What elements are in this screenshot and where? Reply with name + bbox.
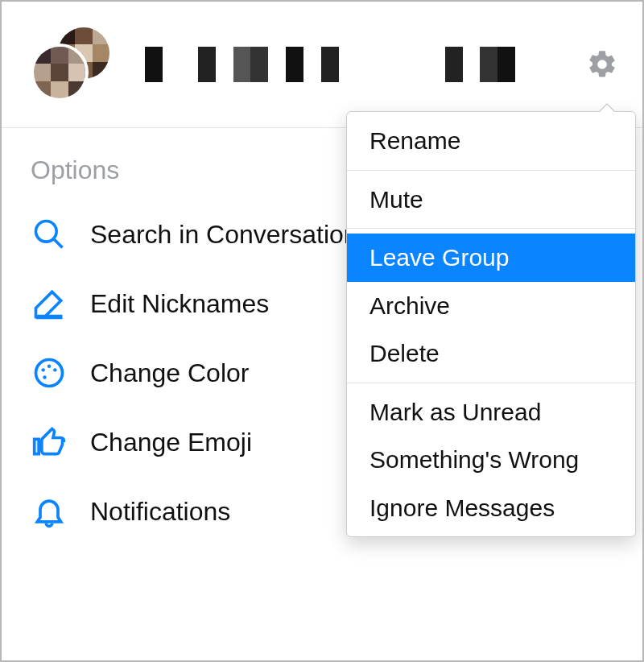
- conversation-title-redacted: [127, 47, 568, 82]
- svg-point-7: [43, 375, 46, 379]
- dropdown-group: Leave Group Archive Delete: [347, 229, 635, 383]
- menu-item-archive[interactable]: Archive: [347, 282, 635, 330]
- dropdown-group: Mute: [347, 171, 635, 230]
- svg-point-0: [36, 221, 57, 242]
- menu-item-mute[interactable]: Mute: [347, 176, 635, 224]
- menu-item-ignore-messages[interactable]: Ignore Messages: [347, 484, 635, 532]
- menu-item-somethings-wrong[interactable]: Something's Wrong: [347, 436, 635, 484]
- option-label: Search in Conversation: [90, 220, 358, 250]
- svg-point-4: [41, 368, 44, 371]
- group-avatar[interactable]: [31, 24, 111, 105]
- svg-point-3: [36, 360, 63, 387]
- option-label: Change Color: [90, 358, 249, 388]
- svg-line-1: [54, 239, 63, 248]
- conversation-header: [2, 2, 642, 128]
- svg-point-6: [53, 368, 56, 371]
- messenger-info-panel: Options Search in Conversation Edit Nick…: [0, 0, 644, 662]
- pencil-icon: [31, 285, 68, 322]
- bell-icon: [31, 493, 68, 530]
- palette-icon: [31, 354, 68, 391]
- gear-icon[interactable]: [584, 47, 620, 82]
- svg-point-5: [47, 365, 51, 368]
- menu-item-leave-group[interactable]: Leave Group: [347, 234, 635, 282]
- menu-item-mark-as-unread[interactable]: Mark as Unread: [347, 388, 635, 437]
- gear-dropdown-menu: Rename Mute Leave Group Archive Delete M…: [346, 111, 636, 537]
- dropdown-group: Rename: [347, 112, 635, 171]
- thumbs-up-icon: [31, 424, 68, 461]
- option-label: Change Emoji: [90, 428, 252, 457]
- menu-item-rename[interactable]: Rename: [347, 117, 635, 165]
- search-icon: [31, 216, 68, 253]
- dropdown-group: Mark as Unread Something's Wrong Ignore …: [347, 383, 635, 537]
- menu-item-delete[interactable]: Delete: [347, 329, 635, 378]
- option-label: Edit Nicknames: [90, 289, 269, 319]
- option-label: Notifications: [90, 497, 230, 527]
